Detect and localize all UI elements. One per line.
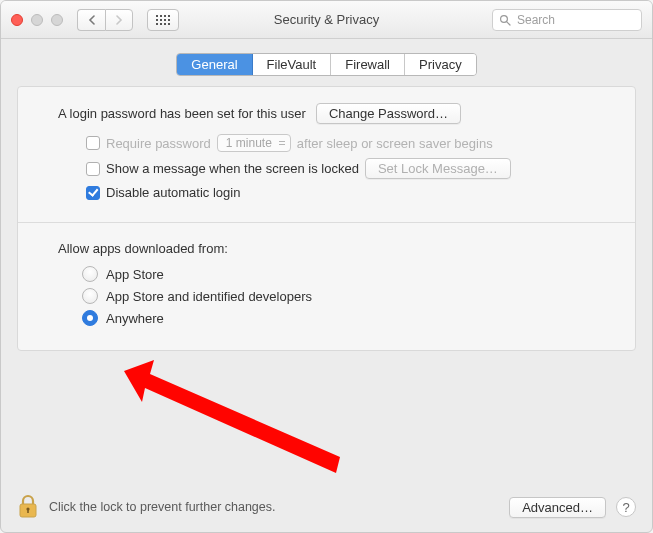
footer: Click the lock to prevent further change… (1, 484, 652, 532)
radio-identified-developers[interactable]: App Store and identified developers (82, 288, 615, 304)
change-password-button[interactable]: Change Password… (316, 103, 461, 124)
content-panel: A login password has been set for this u… (17, 86, 636, 351)
window-controls (11, 14, 63, 26)
allow-apps-radios: App Store App Store and identified devel… (82, 266, 615, 326)
show-message-row: Show a message when the screen is locked… (86, 158, 615, 179)
require-password-delay-select[interactable]: 1 minute (217, 134, 291, 152)
radio-label: App Store and identified developers (106, 289, 312, 304)
radio-label: Anywhere (106, 311, 164, 326)
chevron-right-icon (115, 15, 123, 25)
require-password-after-label: after sleep or screen saver begins (297, 136, 493, 151)
back-button[interactable] (77, 9, 105, 31)
tab-firewall[interactable]: Firewall (331, 54, 405, 75)
radio-button (82, 288, 98, 304)
show-all-button[interactable] (147, 9, 179, 31)
radio-button (82, 266, 98, 282)
radio-anywhere[interactable]: Anywhere (82, 310, 615, 326)
nav-buttons (77, 9, 133, 31)
search-input[interactable] (515, 12, 635, 28)
chevron-left-icon (88, 15, 96, 25)
annotation-arrow-icon (120, 360, 350, 480)
minimize-window-button[interactable] (31, 14, 43, 26)
login-options: Require password 1 minute after sleep or… (86, 134, 615, 200)
tab-privacy[interactable]: Privacy (405, 54, 476, 75)
divider (18, 222, 635, 223)
grid-icon (156, 15, 170, 25)
disable-auto-login-row: Disable automatic login (86, 185, 615, 200)
login-password-text: A login password has been set for this u… (58, 106, 306, 121)
show-message-label: Show a message when the screen is locked (106, 161, 359, 176)
allow-apps-heading: Allow apps downloaded from: (58, 241, 615, 256)
titlebar: Security & Privacy (1, 1, 652, 39)
disable-auto-login-label: Disable automatic login (106, 185, 240, 200)
search-field[interactable] (492, 9, 642, 31)
radio-button (82, 310, 98, 326)
lock-icon[interactable] (17, 494, 39, 520)
search-icon (499, 14, 511, 26)
require-password-label: Require password (106, 136, 211, 151)
svg-rect-5 (27, 509, 29, 513)
tab-bar: General FileVault Firewall Privacy (176, 53, 476, 76)
help-button[interactable]: ? (616, 497, 636, 517)
forward-button[interactable] (105, 9, 133, 31)
window-title: Security & Privacy (274, 12, 379, 27)
close-window-button[interactable] (11, 14, 23, 26)
advanced-button[interactable]: Advanced… (509, 497, 606, 518)
radio-label: App Store (106, 267, 164, 282)
lock-text: Click the lock to prevent further change… (49, 500, 276, 514)
prefs-window: Security & Privacy General FileVault Fir… (0, 0, 653, 533)
require-password-row: Require password 1 minute after sleep or… (86, 134, 615, 152)
radio-app-store[interactable]: App Store (82, 266, 615, 282)
set-lock-message-button[interactable]: Set Lock Message… (365, 158, 511, 179)
disable-auto-login-checkbox[interactable] (86, 186, 100, 200)
tab-general[interactable]: General (177, 54, 252, 75)
svg-marker-6 (124, 360, 340, 473)
login-password-row: A login password has been set for this u… (58, 103, 615, 124)
zoom-window-button[interactable] (51, 14, 63, 26)
svg-line-1 (507, 21, 510, 24)
show-message-checkbox[interactable] (86, 162, 100, 176)
tab-filevault[interactable]: FileVault (253, 54, 332, 75)
require-password-checkbox[interactable] (86, 136, 100, 150)
